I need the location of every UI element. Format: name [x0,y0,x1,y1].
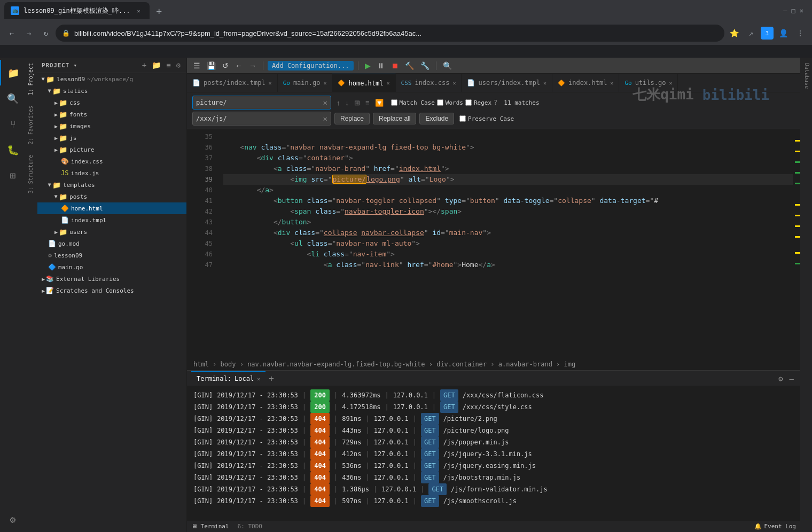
tab-close-btn[interactable]: ✕ [323,80,326,86]
settings-activity-icon[interactable]: ⚙ [0,506,26,532]
regex-checkbox[interactable] [465,99,472,106]
tab-close-btn[interactable]: ✕ [387,80,390,86]
run-btn[interactable]: ▶ [363,60,373,71]
folder-js[interactable]: ▶ 📁 js [37,132,186,144]
forward-button[interactable]: → [21,26,36,41]
favorites-vtab[interactable]: 2: Favorites [26,100,37,150]
reload-button[interactable]: ↻ [38,26,53,41]
tab-index-html[interactable]: 🔶 index.html ✕ [552,74,619,92]
maximize-button[interactable]: □ [792,7,795,14]
structure-vtab[interactable]: 3: Structure [26,150,37,199]
file-main-go[interactable]: 🔷 main.go [37,261,186,273]
exclude-button[interactable]: Exclude [419,113,454,124]
folder-templates[interactable]: ▶ 📁 templates [37,179,186,191]
tab-index-css[interactable]: CSS index.css ✕ [396,74,462,92]
tab-close-btn[interactable]: ✕ [269,80,272,86]
tab-close-btn[interactable]: ✕ [669,80,672,86]
new-tab-button[interactable]: + [152,3,167,18]
pause-btn[interactable]: ⏸ [375,60,387,71]
file-lesson09[interactable]: ⚙ lesson09 [37,249,186,261]
new-file-icon[interactable]: + [140,60,148,71]
bookmark-icon[interactable]: ⭐ [727,26,741,41]
tab-close-icon[interactable]: ✕ [135,6,143,15]
file-index-tmpl[interactable]: 📄 index.tmpl [37,214,186,226]
minimize-button[interactable]: — [783,7,787,14]
address-bar[interactable]: 🔒 bilibili.com/video/BV1gJ411p7xC/?p=9&s… [56,25,724,42]
folder-statics[interactable]: ▶ 📁 statics [37,85,186,97]
replace-button[interactable]: Replace [334,113,370,124]
close-window-button[interactable]: ✕ [800,7,803,14]
terminal-tab-local[interactable]: Terminal: Local ✕ [191,371,266,386]
folder-external-libraries[interactable]: ▶ 📚 External Libraries [37,273,186,285]
next-match-btn[interactable]: ↓ [343,98,352,108]
code-content[interactable]: <nav class="navbar navbar-expand-lg fixe… [219,129,793,358]
debug-activity-icon[interactable]: 🐛 [0,137,26,162]
file-home-html[interactable]: 🔶 home.html [37,202,186,214]
replace-input[interactable] [196,115,321,122]
terminal-minimize-btn[interactable]: — [787,373,796,384]
back-toolbar-btn[interactable]: ← [233,60,245,71]
menu-toolbar-btn[interactable]: ☰ [191,60,202,71]
search-activity-icon[interactable]: 🔍 [0,85,26,111]
terminal-add-btn[interactable]: + [266,373,277,384]
explorer-activity-icon[interactable]: 📁 [0,60,26,85]
settings-icon[interactable]: ⚙ [175,60,182,71]
search-toolbar-btn[interactable]: 🔍 [441,60,454,71]
file-index-js[interactable]: JS index.js [37,167,186,179]
tab-users-index-tmpl[interactable]: 📄 users/index.tmpl ✕ [462,74,552,92]
file-go-mod[interactable]: 📄 go.mod [37,238,186,249]
todo-tab[interactable]: 6: TODO [238,523,262,530]
multiline-btn[interactable]: ⊞ [352,98,362,108]
replace-clear-btn[interactable]: ✕ [323,114,327,123]
words-checkbox[interactable] [437,99,443,106]
tab-close-btn[interactable]: ✕ [452,80,456,86]
match-case-checkbox[interactable] [391,99,397,106]
toggle-replace-btn[interactable]: ≡ [363,98,372,108]
folder-css[interactable]: ▶ 📁 css [37,97,186,108]
tab-utils-go[interactable]: Go utils.go ✕ [619,74,678,92]
terminal-tab-close[interactable]: ✕ [257,376,260,382]
tab-close-btn[interactable]: ✕ [543,80,546,86]
folder-images[interactable]: ▶ 📁 images [37,120,186,132]
profile-icon[interactable]: 👤 [776,26,791,41]
replace-all-button[interactable]: Replace all [373,113,416,124]
terminal-bottom-tab[interactable]: 🖥 Terminal [191,523,229,530]
event-log-btn[interactable]: 🔔 Event Log [754,523,796,530]
project-vtab[interactable]: 1: Project [26,58,37,100]
back-button[interactable]: ← [4,26,19,41]
file-index-css[interactable]: 🎨 index.css [37,155,186,167]
folder-fonts[interactable]: ▶ 📁 fonts [37,108,186,120]
folder-picture[interactable]: ▶ 📁 picture [37,144,186,155]
add-config-label[interactable]: Add Configuration... [268,61,354,71]
database-vtab[interactable]: Database [800,58,812,94]
extension-icon[interactable]: 3 [761,27,774,40]
preserve-case-checkbox[interactable] [459,115,466,122]
extensions-activity-icon[interactable]: ⊞ [0,162,26,188]
filter-btn[interactable]: 🔽 [373,98,386,108]
find-clear-btn[interactable]: ✕ [323,98,327,107]
git-activity-icon[interactable]: ⑂ [0,111,26,137]
regex-help-icon[interactable]: ? [494,99,497,106]
tab-main-go[interactable]: Go main.go ✕ [278,74,333,92]
refresh-toolbar-btn[interactable]: ↺ [220,60,231,71]
prev-match-btn[interactable]: ↑ [334,98,342,108]
active-browser-tab[interactable]: 📺 lesson09_gin框架模板渲染_哔... ✕ [4,2,150,19]
tab-posts-index-tmpl[interactable]: 📄 posts/index.tmpl ✕ [187,74,278,92]
folder-lesson09[interactable]: ▶ 📁 lesson09 ~/workspace/g [37,73,186,85]
save-toolbar-btn[interactable]: 💾 [205,60,218,71]
new-folder-icon[interactable]: 📁 [150,60,162,71]
menu-icon[interactable]: ⋮ [793,26,808,41]
folder-scratches[interactable]: ▶ 📝 Scratches and Consoles [37,285,186,296]
folder-posts[interactable]: ▶ 📁 posts [37,191,186,202]
collapse-icon[interactable]: ≡ [165,60,172,71]
terminal-settings-btn[interactable]: ⚙ [776,373,785,384]
share-icon[interactable]: ↗ [744,26,759,41]
find-input[interactable] [196,99,321,106]
folder-users[interactable]: ▶ 📁 users [37,226,186,238]
build-btn[interactable]: 🔨 [403,60,416,71]
stop-btn[interactable]: ⏹ [389,60,401,71]
forward-toolbar-btn[interactable]: → [247,60,259,71]
tab-close-btn[interactable]: ✕ [610,80,613,86]
tools-btn[interactable]: 🔧 [418,60,432,71]
tab-home-html[interactable]: 🔶 home.html ✕ [332,74,395,92]
